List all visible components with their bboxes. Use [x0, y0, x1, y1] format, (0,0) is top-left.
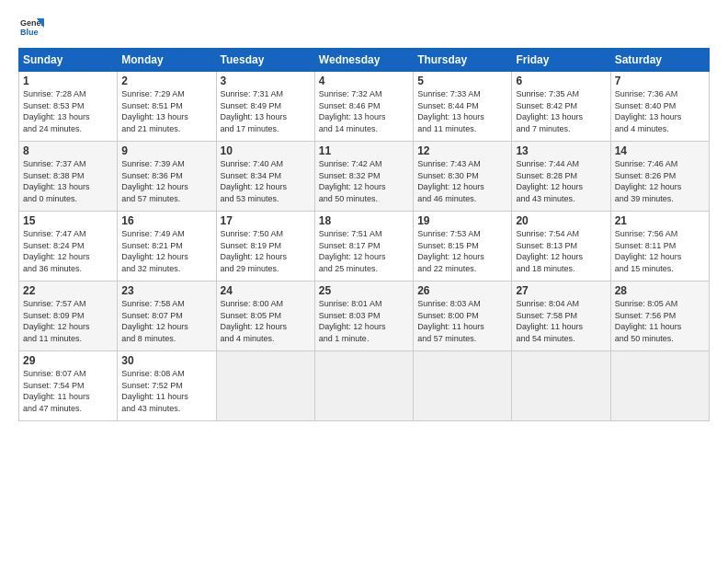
day-info: Sunset: 8:42 PM	[516, 100, 606, 112]
day-number: 29	[23, 354, 113, 367]
day-info: Sunrise: 7:44 AM	[516, 158, 606, 170]
day-info: Daylight: 12 hours	[516, 251, 606, 263]
day-number: 16	[121, 214, 211, 227]
table-row: 12Sunrise: 7:43 AMSunset: 8:30 PMDayligh…	[414, 142, 512, 212]
day-info: and 32 minutes.	[121, 263, 211, 275]
logo: General Blue	[18, 15, 48, 40]
day-info: and 8 minutes.	[121, 333, 211, 345]
table-row: 1Sunrise: 7:28 AMSunset: 8:53 PMDaylight…	[19, 72, 118, 142]
day-info: Sunrise: 7:57 AM	[23, 298, 113, 310]
table-row: 11Sunrise: 7:42 AMSunset: 8:32 PMDayligh…	[314, 142, 413, 212]
day-number: 28	[615, 284, 705, 297]
day-info: Daylight: 11 hours	[615, 321, 705, 333]
table-row	[314, 351, 413, 421]
day-info: Sunrise: 7:32 AM	[319, 88, 409, 100]
day-info: Daylight: 12 hours	[221, 181, 311, 193]
day-number: 7	[615, 75, 705, 87]
day-info: Daylight: 12 hours	[615, 251, 705, 263]
day-info: Daylight: 12 hours	[319, 321, 409, 333]
day-info: and 11 minutes.	[23, 333, 113, 345]
day-number: 14	[615, 144, 705, 157]
day-info: and 14 minutes.	[319, 123, 409, 135]
day-info: and 7 minutes.	[516, 123, 606, 135]
day-number: 9	[121, 144, 211, 157]
day-info: Sunset: 8:28 PM	[516, 170, 606, 182]
day-info: Daylight: 11 hours	[121, 391, 211, 403]
day-info: Sunset: 8:46 PM	[319, 100, 409, 112]
table-row: 16Sunrise: 7:49 AMSunset: 8:21 PMDayligh…	[118, 212, 216, 282]
day-info: and 4 minutes.	[221, 333, 311, 345]
day-info: Sunset: 8:07 PM	[121, 310, 211, 322]
day-info: Sunset: 8:05 PM	[221, 310, 311, 322]
day-number: 17	[221, 214, 311, 227]
table-row	[512, 351, 610, 421]
day-info: Sunrise: 8:04 AM	[516, 298, 606, 310]
day-info: Sunrise: 7:54 AM	[516, 228, 606, 240]
day-info: Sunset: 8:00 PM	[417, 310, 507, 322]
day-info: and 39 minutes.	[615, 193, 705, 205]
day-number: 5	[417, 75, 507, 87]
day-info: Sunrise: 7:50 AM	[221, 228, 311, 240]
col-header-friday: Friday	[512, 49, 610, 72]
day-info: and 43 minutes.	[516, 193, 606, 205]
day-info: Sunrise: 8:08 AM	[121, 368, 211, 380]
day-info: Sunrise: 7:31 AM	[221, 88, 311, 100]
day-info: Daylight: 12 hours	[121, 181, 211, 193]
table-row: 17Sunrise: 7:50 AMSunset: 8:19 PMDayligh…	[216, 212, 314, 282]
day-info: Sunrise: 7:47 AM	[23, 228, 113, 240]
table-row	[610, 351, 709, 421]
day-info: Sunset: 8:51 PM	[121, 100, 211, 112]
day-number: 18	[319, 214, 409, 227]
day-info: Sunrise: 7:35 AM	[516, 88, 606, 100]
day-info: and 57 minutes.	[121, 193, 211, 205]
table-row: 3Sunrise: 7:31 AMSunset: 8:49 PMDaylight…	[216, 72, 314, 142]
day-info: Daylight: 12 hours	[23, 251, 113, 263]
day-info: Daylight: 12 hours	[417, 251, 507, 263]
day-info: and 43 minutes.	[121, 403, 211, 415]
day-info: Sunrise: 7:58 AM	[121, 298, 211, 310]
day-info: and 57 minutes.	[417, 333, 507, 345]
day-number: 23	[121, 284, 211, 297]
table-row: 29Sunrise: 8:07 AMSunset: 7:54 PMDayligh…	[19, 351, 118, 421]
table-row: 30Sunrise: 8:08 AMSunset: 7:52 PMDayligh…	[118, 351, 216, 421]
day-info: and 36 minutes.	[23, 263, 113, 275]
col-header-sunday: Sunday	[19, 49, 118, 72]
day-info: Sunset: 8:36 PM	[121, 170, 211, 182]
day-info: and 17 minutes.	[221, 123, 311, 135]
day-number: 15	[23, 214, 113, 227]
day-info: and 50 minutes.	[319, 193, 409, 205]
day-info: Daylight: 12 hours	[516, 181, 606, 193]
day-info: Sunrise: 7:49 AM	[121, 228, 211, 240]
day-number: 1	[23, 75, 113, 87]
day-info: Sunset: 7:58 PM	[516, 310, 606, 322]
day-info: and 15 minutes.	[615, 263, 705, 275]
day-number: 24	[221, 284, 311, 297]
day-number: 4	[319, 75, 409, 87]
table-row: 9Sunrise: 7:39 AMSunset: 8:36 PMDaylight…	[118, 142, 216, 212]
table-row: 13Sunrise: 7:44 AMSunset: 8:28 PMDayligh…	[512, 142, 610, 212]
day-info: Daylight: 12 hours	[221, 251, 311, 263]
table-row: 23Sunrise: 7:58 AMSunset: 8:07 PMDayligh…	[118, 282, 216, 351]
table-row: 8Sunrise: 7:37 AMSunset: 8:38 PMDaylight…	[19, 142, 118, 212]
table-row: 25Sunrise: 8:01 AMSunset: 8:03 PMDayligh…	[314, 282, 413, 351]
day-info: and 24 minutes.	[23, 123, 113, 135]
day-info: Daylight: 12 hours	[121, 251, 211, 263]
day-number: 13	[516, 144, 606, 157]
day-info: Sunset: 8:38 PM	[23, 170, 113, 182]
day-info: Daylight: 13 hours	[23, 111, 113, 123]
day-number: 2	[121, 75, 211, 87]
day-number: 8	[23, 144, 113, 157]
day-info: Sunrise: 8:00 AM	[221, 298, 311, 310]
table-row: 15Sunrise: 7:47 AMSunset: 8:24 PMDayligh…	[19, 212, 118, 282]
table-row: 14Sunrise: 7:46 AMSunset: 8:26 PMDayligh…	[610, 142, 709, 212]
day-info: and 11 minutes.	[417, 123, 507, 135]
table-row: 24Sunrise: 8:00 AMSunset: 8:05 PMDayligh…	[216, 282, 314, 351]
day-info: Daylight: 13 hours	[221, 111, 311, 123]
day-info: Sunset: 8:44 PM	[417, 100, 507, 112]
day-info: Sunset: 7:52 PM	[121, 380, 211, 392]
table-row: 27Sunrise: 8:04 AMSunset: 7:58 PMDayligh…	[512, 282, 610, 351]
day-info: Sunset: 8:32 PM	[319, 170, 409, 182]
day-info: Sunrise: 7:42 AM	[319, 158, 409, 170]
day-info: Sunrise: 7:29 AM	[121, 88, 211, 100]
day-info: Daylight: 13 hours	[516, 111, 606, 123]
